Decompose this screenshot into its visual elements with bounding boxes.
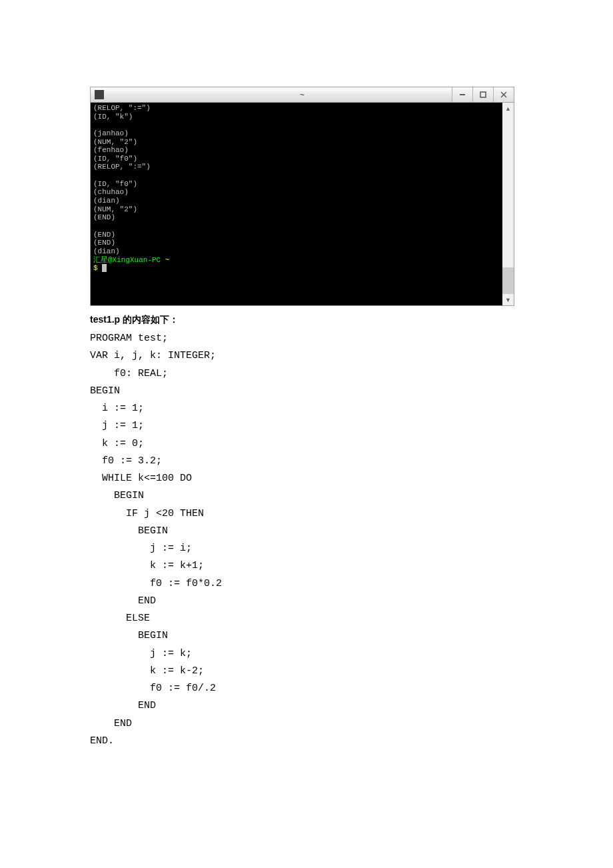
terminal-lines: (RELOP, ":=") (ID, "k") (janhao) (NUM, "… [93, 104, 151, 255]
terminal-prompt-path: ~ [161, 256, 169, 264]
window-title: ~ [300, 90, 305, 99]
scroll-thumb[interactable] [502, 267, 514, 294]
source-code-listing: PROGRAM test; VAR i, j, k: INTEGER; f0: … [90, 330, 523, 750]
terminal-output[interactable]: (RELOP, ":=") (ID, "k") (janhao) (NUM, "… [91, 103, 502, 305]
svg-rect-1 [480, 92, 486, 97]
maximize-button[interactable] [472, 87, 493, 102]
terminal-prompt-dollar: $ [93, 264, 102, 272]
scroll-up-arrow-icon[interactable]: ▲ [502, 103, 514, 114]
close-icon [500, 91, 507, 98]
svg-rect-0 [460, 94, 465, 95]
terminal-app-icon [95, 90, 104, 99]
scroll-track[interactable] [502, 114, 514, 294]
terminal-prompt-user: 汇星@XingXuan-PC [93, 256, 161, 264]
terminal-window: ~ (RELOP, ":=") (ID, "k") (janhao) (NUM,… [90, 87, 514, 306]
terminal-body-wrap: (RELOP, ":=") (ID, "k") (janhao) (NUM, "… [91, 103, 514, 305]
window-titlebar[interactable]: ~ [91, 87, 514, 103]
minimize-icon [459, 91, 466, 98]
terminal-cursor [102, 264, 107, 272]
terminal-scrollbar[interactable]: ▲ ▼ [502, 103, 514, 305]
scroll-down-arrow-icon[interactable]: ▼ [502, 294, 514, 305]
window-controls [452, 87, 514, 102]
code-section-heading: test1.p 的内容如下： [90, 314, 523, 326]
page-content: ~ (RELOP, ":=") (ID, "k") (janhao) (NUM,… [0, 0, 613, 777]
close-button[interactable] [493, 87, 514, 102]
maximize-icon [480, 91, 486, 98]
minimize-button[interactable] [452, 87, 472, 102]
